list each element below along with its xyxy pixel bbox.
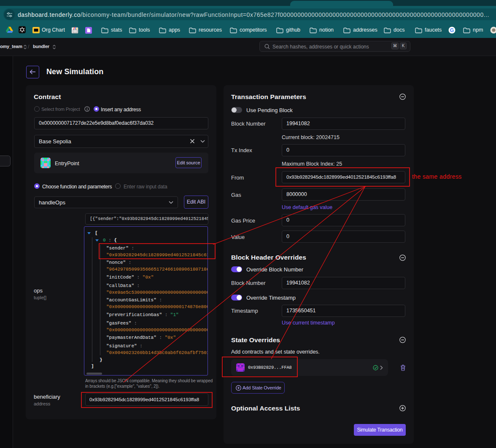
svg-text:G: G [450, 27, 454, 33]
svg-text:the same address: the same address [412, 173, 462, 180]
